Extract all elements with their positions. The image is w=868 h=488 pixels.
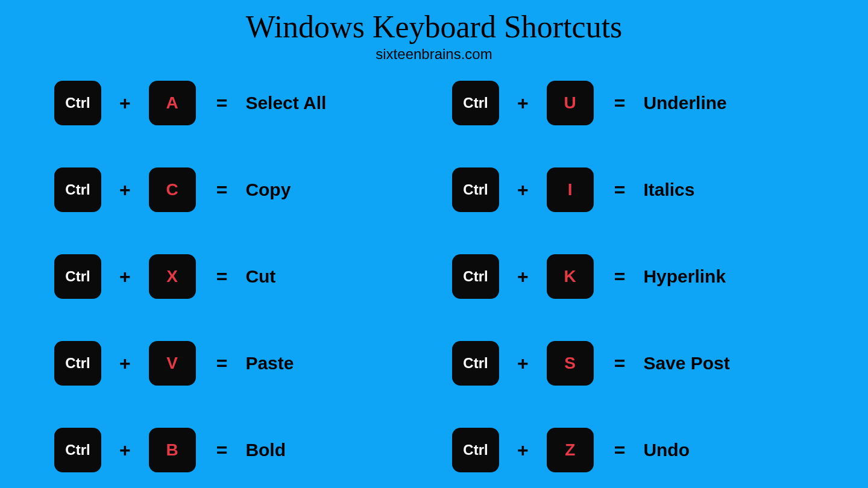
key-letter: B: [149, 428, 196, 472]
key-ctrl: Ctrl: [54, 254, 101, 299]
plus-symbol: +: [119, 439, 131, 461]
equals-symbol: =: [216, 266, 228, 288]
equals-symbol: =: [216, 352, 228, 375]
shortcut-row: Ctrl + C = Copy: [54, 167, 416, 212]
key-ctrl: Ctrl: [54, 167, 101, 212]
equals-symbol: =: [216, 92, 228, 114]
equals-symbol: =: [614, 179, 626, 201]
plus-symbol: +: [119, 352, 131, 375]
key-letter: V: [149, 341, 196, 386]
shortcut-description: Save Post: [643, 353, 729, 374]
header: Windows Keyboard Shortcuts sixteenbrains…: [0, 0, 868, 63]
shortcut-row: Ctrl + A = Select All: [54, 81, 416, 125]
shortcut-description: Undo: [643, 440, 690, 460]
plus-symbol: +: [119, 92, 131, 114]
shortcuts-grid: Ctrl + A = Select All Ctrl + U = Underli…: [0, 63, 868, 472]
plus-symbol: +: [517, 439, 529, 461]
key-letter: K: [547, 254, 594, 299]
equals-symbol: =: [216, 439, 228, 461]
key-letter: X: [149, 254, 196, 299]
shortcut-row: Ctrl + X = Cut: [54, 254, 416, 299]
shortcut-row: Ctrl + S = Save Post: [452, 341, 814, 386]
shortcut-row: Ctrl + I = Italics: [452, 167, 814, 212]
shortcut-row: Ctrl + V = Paste: [54, 341, 416, 386]
shortcut-row: Ctrl + Z = Undo: [452, 428, 814, 472]
key-ctrl: Ctrl: [54, 428, 101, 472]
plus-symbol: +: [119, 179, 131, 201]
key-letter: A: [149, 81, 196, 125]
shortcut-description: Select All: [245, 93, 326, 113]
key-letter: I: [547, 167, 594, 212]
key-ctrl: Ctrl: [452, 428, 499, 472]
plus-symbol: +: [119, 266, 131, 288]
shortcut-description: Hyperlink: [643, 266, 726, 287]
shortcut-description: Italics: [643, 180, 694, 200]
shortcut-description: Copy: [245, 180, 291, 200]
equals-symbol: =: [216, 179, 228, 201]
equals-symbol: =: [614, 92, 626, 114]
key-ctrl: Ctrl: [54, 341, 101, 386]
plus-symbol: +: [517, 266, 529, 288]
shortcut-description: Underline: [643, 93, 726, 113]
shortcut-row: Ctrl + U = Underline: [452, 81, 814, 125]
key-ctrl: Ctrl: [452, 341, 499, 386]
key-letter: S: [547, 341, 594, 386]
key-letter: Z: [547, 428, 594, 472]
equals-symbol: =: [614, 439, 626, 461]
shortcut-row: Ctrl + K = Hyperlink: [452, 254, 814, 299]
equals-symbol: =: [614, 352, 626, 375]
page-title: Windows Keyboard Shortcuts: [0, 9, 868, 45]
key-ctrl: Ctrl: [452, 81, 499, 125]
equals-symbol: =: [614, 266, 626, 288]
plus-symbol: +: [517, 92, 529, 114]
key-ctrl: Ctrl: [452, 254, 499, 299]
plus-symbol: +: [517, 352, 529, 375]
shortcut-row: Ctrl + B = Bold: [54, 428, 416, 472]
key-ctrl: Ctrl: [54, 81, 101, 125]
shortcut-description: Cut: [245, 266, 275, 287]
key-letter: U: [547, 81, 594, 125]
page-subtitle: sixteenbrains.com: [0, 46, 868, 63]
key-ctrl: Ctrl: [452, 167, 499, 212]
key-letter: C: [149, 167, 196, 212]
shortcut-description: Paste: [245, 353, 294, 374]
shortcut-description: Bold: [245, 440, 286, 460]
plus-symbol: +: [517, 179, 529, 201]
